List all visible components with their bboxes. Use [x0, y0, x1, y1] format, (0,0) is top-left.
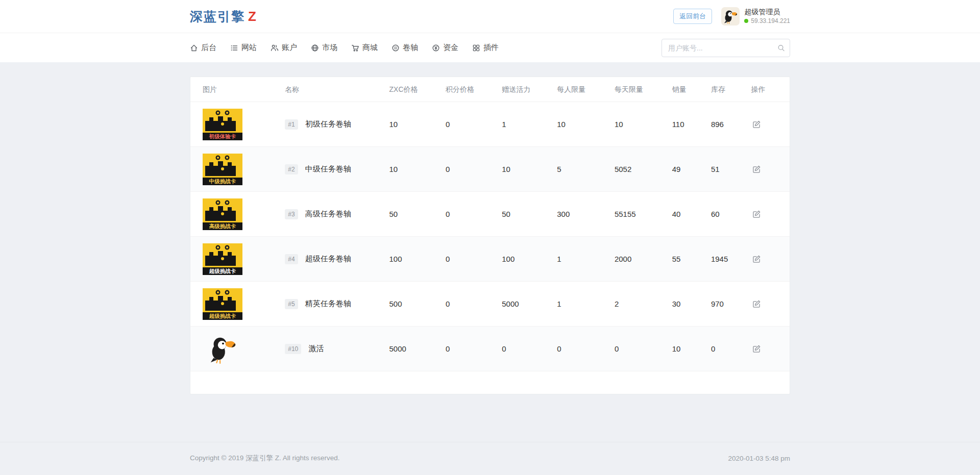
task-card-image: 超级挑战卡 — [203, 288, 242, 320]
nav-item-cart[interactable]: 商城 — [351, 43, 378, 53]
back-to-front-button[interactable]: 返回前台 — [673, 9, 712, 24]
row-id-badge: #5 — [285, 299, 298, 309]
product-image — [203, 333, 242, 365]
copyright-text: Copyright © 2019 深蓝引擎 Z. All rights rese… — [190, 454, 340, 463]
admin-profile[interactable]: 超级管理员 59.33.194.221 — [721, 7, 790, 26]
home-icon — [190, 44, 198, 52]
cell-name: #3 高级任务卷轴 — [281, 192, 385, 237]
task-card-label: 超级挑战卡 — [209, 268, 236, 274]
row-id-badge: #4 — [285, 254, 298, 264]
product-name: 初级任务卷轴 — [305, 119, 351, 128]
product-name: 高级任务卷轴 — [305, 209, 351, 218]
nav-item-users[interactable]: 账户 — [271, 43, 297, 53]
cell-per_day_limit: 2000 — [610, 237, 668, 282]
nav-item-label: 商城 — [362, 43, 378, 53]
product-image: 超级挑战卡 — [203, 288, 242, 320]
cell-stock: 896 — [707, 102, 747, 147]
nav-item-list[interactable]: 网站 — [230, 43, 257, 53]
list-icon — [230, 44, 238, 52]
cell-image: 超级挑战卡 — [190, 282, 281, 327]
nav-item-home[interactable]: 后台 — [190, 43, 216, 53]
cell-per_day_limit: 10 — [610, 102, 668, 147]
table-row: 高级挑战卡 #3 高级任务卷轴 50 0 50 300 55155 40 60 — [190, 192, 790, 237]
main-content: 图片名称ZXC价格积分价格赠送活力每人限量每天限量销量库存操作 初级体验卡 #1 — [0, 62, 980, 442]
nav-item-label: 网站 — [241, 43, 257, 53]
cell-stock: 970 — [707, 282, 747, 327]
search-icon[interactable] — [777, 44, 785, 52]
cell-zxc_price: 5000 — [385, 327, 442, 371]
cell-per_person_limit: 1 — [553, 282, 610, 327]
cell-actions — [747, 192, 790, 237]
footer-date: 2020-01-03 5:48 pm — [728, 455, 790, 462]
cell-per_day_limit: 2 — [610, 282, 668, 327]
edit-pencil-icon — [752, 299, 761, 308]
footer: Copyright © 2019 深蓝引擎 Z. All rights rese… — [0, 442, 980, 475]
task-card-label: 中级挑战卡 — [209, 178, 236, 184]
task-card-image: 高级挑战卡 — [203, 198, 242, 230]
column-header: ZXC价格 — [385, 77, 442, 102]
table-row: 超级挑战卡 #4 超级任务卷轴 100 0 100 1 2000 55 1945 — [190, 237, 790, 282]
admin-ip-text: 59.33.194.221 — [751, 17, 790, 25]
logo-text: 深蓝引擎 — [190, 8, 245, 25]
edit-pencil-icon — [752, 120, 761, 129]
cell-stock: 60 — [707, 192, 747, 237]
cell-gift_vitality: 1 — [498, 102, 553, 147]
coin-icon — [432, 44, 440, 52]
task-card-image: 超级挑战卡 — [203, 243, 242, 275]
edit-pencil-icon — [752, 344, 761, 353]
admin-ip: 59.33.194.221 — [744, 17, 790, 25]
nav-item-globe[interactable]: 市场 — [311, 43, 337, 53]
logo[interactable]: 深蓝引擎 Z — [190, 8, 256, 25]
cell-gift_vitality: 5000 — [498, 282, 553, 327]
cell-points_price: 0 — [442, 147, 498, 192]
edit-button[interactable] — [751, 164, 762, 174]
edit-button[interactable] — [751, 254, 762, 264]
nav-item-label: 资金 — [443, 43, 458, 53]
cell-zxc_price: 100 — [385, 237, 442, 282]
avatar[interactable] — [721, 7, 740, 26]
cell-image: 高级挑战卡 — [190, 192, 281, 237]
cell-zxc_price: 500 — [385, 282, 442, 327]
nav-item-plugin[interactable]: 插件 — [472, 43, 499, 53]
toucan-image — [203, 333, 242, 365]
search-box — [662, 39, 790, 57]
edit-pencil-icon — [752, 210, 761, 218]
cell-per_person_limit: 300 — [553, 192, 610, 237]
table-body: 初级体验卡 #1 初级任务卷轴 10 0 1 10 10 110 896 — [190, 102, 790, 371]
column-header: 销量 — [668, 77, 707, 102]
edit-button[interactable] — [751, 298, 762, 309]
product-image: 初级体验卡 — [203, 109, 242, 140]
edit-button[interactable] — [751, 209, 762, 219]
task-card-image: 中级挑战卡 — [203, 154, 242, 185]
search-input[interactable] — [662, 39, 790, 57]
cell-stock: 0 — [707, 327, 747, 371]
users-icon — [271, 44, 279, 52]
cell-image — [190, 327, 281, 371]
task-card-label: 高级挑战卡 — [209, 223, 236, 229]
column-header: 积分价格 — [442, 77, 498, 102]
nav-items: 后台 网站 账户 市场 商城 卷轴 资金 插件 — [190, 43, 499, 53]
cell-name: #1 初级任务卷轴 — [281, 102, 385, 147]
nav-item-coin[interactable]: 资金 — [432, 43, 458, 53]
products-table: 图片名称ZXC价格积分价格赠送活力每人限量每天限量销量库存操作 初级体验卡 #1 — [190, 77, 790, 371]
cell-sales: 10 — [668, 327, 707, 371]
cell-points_price: 0 — [442, 237, 498, 282]
cell-actions — [747, 237, 790, 282]
nav-item-scroll[interactable]: 卷轴 — [391, 43, 418, 53]
nav-item-label: 市场 — [322, 43, 337, 53]
product-name: 超级任务卷轴 — [305, 254, 351, 263]
cell-per_day_limit: 55155 — [610, 192, 668, 237]
edit-button[interactable] — [751, 119, 762, 130]
cell-per_day_limit: 0 — [610, 327, 668, 371]
top-header: 深蓝引擎 Z 返回前台 — [0, 0, 980, 33]
row-id-badge: #2 — [285, 164, 298, 174]
cell-name: #2 中级任务卷轴 — [281, 147, 385, 192]
edit-button[interactable] — [751, 343, 762, 354]
cell-image: 超级挑战卡 — [190, 237, 281, 282]
cell-gift_vitality: 50 — [498, 192, 553, 237]
cell-actions — [747, 102, 790, 147]
cell-per_person_limit: 0 — [553, 327, 610, 371]
column-header: 操作 — [747, 77, 790, 102]
product-name: 精英任务卷轴 — [305, 299, 351, 308]
online-status-dot — [744, 19, 748, 23]
